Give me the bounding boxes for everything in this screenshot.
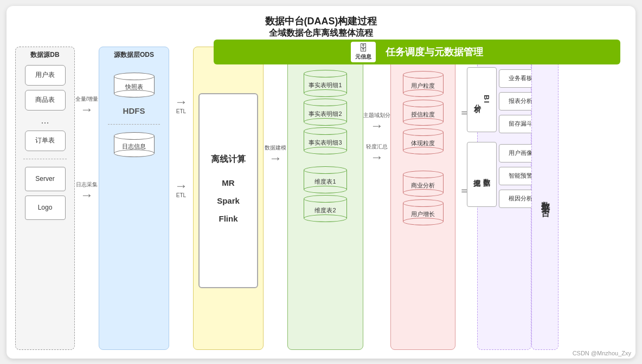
dm-cylinders: 用户粒度 授信粒度 体现粒度 商业分析 bbox=[403, 68, 444, 228]
dm-user-growth: 用户增长 bbox=[403, 199, 444, 225]
compute-box: 离线计算 MR Spark Flink bbox=[198, 93, 258, 288]
dw-fact3: 事实表明细3 bbox=[304, 127, 347, 154]
dw-fact1: 事实表明细1 bbox=[304, 70, 347, 97]
watermark: CSDN @Mnzhou_Zxy bbox=[573, 350, 631, 356]
server-box: Server bbox=[25, 167, 66, 191]
compute-title: 离线计算 bbox=[211, 154, 246, 165]
logo-box: Logo bbox=[25, 196, 66, 220]
cyl-top bbox=[114, 73, 155, 80]
server-label: Server bbox=[35, 175, 54, 183]
layer-etl: 数据加工 离线计算 MR Spark Flink bbox=[193, 47, 264, 350]
table-product: 商品表 bbox=[25, 90, 66, 110]
dm-cashout-granularity: 体现粒度 bbox=[403, 128, 444, 154]
arrow-section-1: 全量/增量 → 日志采集 → bbox=[75, 79, 99, 202]
layer-ods: 源数据层ODS 快照表 HDFS 日志信息 bbox=[99, 47, 169, 350]
cyl-bottom bbox=[114, 90, 155, 98]
bi-analysis-box: BI分析 bbox=[467, 67, 497, 132]
table-user: 用户表 bbox=[25, 65, 66, 86]
layer-dm: 数据轻汇总层DM 用户粒度 授信粒度 体现粒度 bbox=[390, 47, 455, 350]
compute-flink: Flink bbox=[219, 214, 237, 223]
dw-fact-group: 事实表明细1 事实表明细2 事实表明细3 bbox=[304, 68, 347, 156]
dw-fact2: 事实表明细2 bbox=[304, 99, 347, 126]
meta-bar-label: 任务调度与元数据管理 bbox=[386, 46, 483, 58]
platform-label: 数据平台 bbox=[540, 194, 551, 203]
label-etl1: ETL bbox=[176, 108, 186, 114]
datasource-title: 数据源DB bbox=[30, 50, 59, 60]
ods-title: 源数据层ODS bbox=[114, 50, 154, 60]
cyl-bottom-log bbox=[114, 150, 155, 157]
table-order: 订单表 bbox=[25, 131, 66, 151]
dw-dim-group: 维度表1 维度表2 bbox=[304, 165, 347, 224]
ods-snapshot: 快照表 bbox=[114, 70, 155, 100]
arrow-section-3: 数据建模 → bbox=[264, 79, 287, 165]
etl-arrow-bottom: → ETL bbox=[175, 179, 188, 198]
arrow-group-bottom: 日志采集 → bbox=[76, 181, 98, 202]
arrow-datamodel: → bbox=[269, 152, 282, 165]
meta-icon-label: 元信息 bbox=[355, 53, 371, 61]
arrow-right-log: → bbox=[80, 188, 93, 202]
arrow-group-top: 全量/增量 → bbox=[75, 95, 99, 116]
layer-dw: 数据明细层DW 事实表明细1 事实表明细2 事实表明细3 bbox=[287, 47, 363, 350]
arrow-topic: → bbox=[370, 119, 383, 132]
diagram-area: 数据源DB 用户表 商品表 ... 订单表 Server Logo 全量/增量 … bbox=[15, 47, 627, 350]
cylinder-log: 日志信息 bbox=[114, 132, 155, 157]
title-line2: 全域数据仓库离线整体流程 bbox=[15, 28, 627, 39]
app-top-section: BI分析 业务看板 报表分析 留存漏斗 bbox=[467, 67, 542, 135]
logo-label: Logo bbox=[38, 204, 53, 211]
hdfs-label: HDFS bbox=[123, 106, 145, 115]
arrow-right-1: → bbox=[80, 103, 93, 116]
arrow-light-agg: → bbox=[370, 151, 383, 164]
database-icon: 🗄 bbox=[359, 43, 368, 53]
layer-datasource: 数据源DB 用户表 商品表 ... 订单表 Server Logo bbox=[15, 47, 75, 350]
dw-dim2: 维度表2 bbox=[304, 195, 347, 222]
meta-bar: 🗄 元信息 任务调度与元数据管理 bbox=[214, 40, 620, 64]
separator bbox=[23, 159, 67, 159]
dm-user-granularity: 用户粒度 bbox=[403, 71, 444, 97]
app-bottom-section: 数据挖掘 用户画像 智能预警 根因分析 bbox=[467, 142, 542, 210]
arrow-etl1: → bbox=[175, 95, 188, 108]
layer-platform: 数据平台 bbox=[531, 47, 558, 350]
dw-dim1: 维度表1 bbox=[304, 166, 347, 193]
cyl-top-log bbox=[114, 132, 155, 140]
dm-credit-granularity: 授信粒度 bbox=[403, 100, 444, 126]
page-title: 数据中台(DAAS)构建过程 全域数据仓库离线整体流程 bbox=[15, 15, 627, 39]
dm-biz-analysis: 商业分析 bbox=[403, 171, 444, 197]
data-mining-box: 数据挖掘 bbox=[467, 142, 497, 207]
arrow-etl2: → bbox=[175, 179, 188, 192]
layer-app: 数据应用层APP BI分析 业务看板 报表分析 留存漏斗 数据挖掘 用户画像 智… bbox=[477, 47, 531, 350]
topic-arrow: 主题域划分 → bbox=[363, 112, 390, 132]
arrow-section-4: 主题域划分 → 轻度汇总 → bbox=[363, 79, 390, 164]
title-line1: 数据中台(DAAS)构建过程 bbox=[15, 15, 627, 28]
meta-icon-box: 🗄 元信息 bbox=[351, 42, 376, 62]
main-container: 数据中台(DAAS)构建过程 全域数据仓库离线整体流程 数据源DB 用户表 商品… bbox=[7, 6, 635, 359]
datamodel-arrow: 数据建模 → bbox=[265, 144, 286, 165]
etl-arrow-top: → ETL bbox=[175, 95, 188, 114]
compute-spark: Spark bbox=[217, 196, 240, 205]
cylinder-snapshot: 快照表 bbox=[114, 73, 155, 98]
arrow-section-2: → ETL → ETL bbox=[169, 79, 193, 198]
compute-mr: MR bbox=[222, 178, 234, 187]
ods-separator bbox=[108, 124, 160, 125]
label-etl2: ETL bbox=[176, 192, 186, 198]
dots: ... bbox=[41, 115, 49, 126]
light-agg-arrow: 轻度汇总 → bbox=[366, 143, 388, 164]
